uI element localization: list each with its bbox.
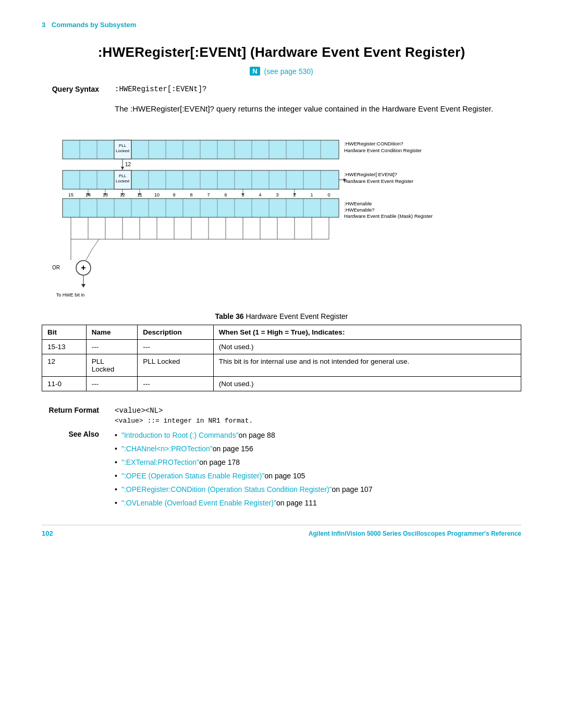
see-also-link[interactable]: ":EXTernal:PROTection"	[121, 457, 199, 468]
n-badge-row: N (see page 530)	[42, 67, 521, 76]
see-also-list: "Introduction to Root (:) Commands" on p…	[115, 430, 372, 511]
table-cell-name: ---	[86, 340, 138, 354]
chapter-header: 3 Commands by Subsystem	[42, 21, 521, 29]
svg-text:4: 4	[259, 192, 261, 198]
table-cell-name: ---	[86, 377, 138, 391]
query-syntax-label: Query Syntax	[42, 85, 104, 93]
footer-page-number: 102	[42, 529, 53, 537]
table-cell-bit: 15-13	[42, 340, 87, 354]
table-row: 12PLL LockedPLL LockedThis bit is for in…	[42, 354, 521, 377]
svg-text:PLL: PLL	[119, 174, 127, 178]
svg-text:15: 15	[68, 192, 74, 198]
svg-text:Locked: Locked	[116, 179, 129, 183]
col-indicates: When Set (1 = High = True), Indicates:	[213, 325, 521, 340]
or-gate: OR + To HWE bit in Operation Status Cond…	[51, 261, 91, 297]
list-item: ":EXTernal:PROTection" on page 178	[115, 457, 372, 468]
table-caption: Table 36 Hardware Event Event Register	[42, 312, 521, 320]
see-also-text: on page 105	[264, 471, 305, 482]
svg-text:PLL: PLL	[119, 143, 127, 148]
list-item: ":CHANnel<n>:PROTection" on page 156	[115, 443, 372, 454]
svg-text:To HWE bit in: To HWE bit in	[56, 292, 85, 297]
see-also-row: See Also "Introduction to Root (:) Comma…	[42, 430, 521, 511]
page-footer: 102 Agilent InfiniVision 5000 Series Osc…	[42, 525, 521, 537]
svg-text:+: +	[81, 263, 85, 272]
svg-text:9: 9	[173, 192, 175, 198]
table-cell-indicates: This bit is for internal use and is not …	[213, 354, 521, 377]
page-title: :HWERegister[:EVENt] (Hardware Event Eve…	[42, 44, 521, 60]
list-item: ":OPEE (Operation Status Enable Register…	[115, 471, 372, 482]
return-format-row: Return Format <value><NL> <value> ::= in…	[42, 406, 521, 425]
svg-marker-114	[81, 284, 85, 288]
list-item: ":OVLenable (Overload Event Enable Regis…	[115, 498, 372, 509]
chapter-title: Commands by Subsystem	[52, 21, 137, 29]
return-format-value1: <value><NL>	[115, 406, 163, 415]
col-bit: Bit	[42, 325, 87, 340]
see-also-text: on page 111	[276, 498, 317, 509]
table-cell-bit: 12	[42, 354, 87, 377]
table-cell-indicates: (Not used.)	[213, 377, 521, 391]
svg-text::HWERegister:CONDition?: :HWERegister:CONDition?	[344, 141, 403, 146]
see-also-text: on page 178	[199, 457, 240, 468]
n-badge: N	[250, 67, 260, 76]
return-format-content: <value><NL> <value> ::= integer in NR1 f…	[115, 406, 253, 425]
see-also-text: on page 88	[239, 430, 275, 441]
svg-rect-0	[63, 140, 339, 159]
return-format-value2: <value> ::= integer in NR1 format.	[115, 417, 253, 425]
register3: :HWEenable :HWEenable? Hardware Event En…	[63, 199, 433, 219]
register2: PLL Locked :HWERegister[:EVENt]? Hardwar…	[63, 170, 413, 189]
register-diagram: PLL Locked :HWERegister:CONDition? Hardw…	[47, 130, 516, 297]
table-cell-description: ---	[138, 340, 213, 354]
list-item: ":OPERegister:CONDition (Operation Statu…	[115, 484, 372, 495]
svg-text:12: 12	[125, 162, 131, 167]
see-also-link[interactable]: ":OVLenable (Overload Event Enable Regis…	[121, 498, 276, 509]
svg-text:0: 0	[327, 192, 330, 198]
table-cell-description: PLL Locked	[138, 354, 213, 377]
list-item: "Introduction to Root (:) Commands" on p…	[115, 430, 372, 441]
see-also-link[interactable]: "Introduction to Root (:) Commands"	[121, 430, 239, 441]
return-format-label: Return Format	[42, 406, 104, 414]
svg-rect-73	[63, 199, 339, 217]
svg-text::HWEenable: :HWEenable	[344, 201, 372, 206]
svg-text:1: 1	[310, 192, 313, 198]
footer-title: Agilent InfiniVision 5000 Series Oscillo…	[309, 530, 521, 537]
table-cell-name: PLL Locked	[86, 354, 138, 377]
see-page-link[interactable]: (see page 530)	[264, 67, 313, 76]
diagram-container: PLL Locked :HWERegister:CONDition? Hardw…	[47, 130, 516, 297]
table-cell-indicates: (Not used.)	[213, 340, 521, 354]
col-name: Name	[86, 325, 138, 340]
see-also-link[interactable]: ":CHANnel<n>:PROTection"	[121, 443, 213, 454]
table-number: Table 36 Hardware Event Event Register	[215, 312, 348, 320]
svg-text:Hardware Event Enable (Mask) R: Hardware Event Enable (Mask) Register	[344, 213, 433, 219]
register1: PLL Locked :HWERegister:CONDition? Hardw…	[63, 140, 422, 168]
svg-text:Hardware Event Condition Regis: Hardware Event Condition Register	[344, 147, 422, 153]
svg-text::HWEenable?: :HWEenable?	[344, 207, 375, 213]
see-also-label: See Also	[42, 430, 104, 438]
see-also-text: on page 156	[213, 443, 253, 454]
svg-text:Hardware Event Event Register: Hardware Event Event Register	[344, 178, 413, 184]
svg-text:7: 7	[207, 192, 210, 198]
svg-rect-23	[63, 170, 339, 189]
table-row: 11-0------(Not used.)	[42, 377, 521, 391]
see-also-text: on page 107	[332, 484, 373, 495]
bit-numbers: 15 14 13 12 11 10 9 8 7 6 5 4 3 2 1 0	[68, 189, 331, 198]
svg-text:3: 3	[276, 192, 278, 198]
see-also-link[interactable]: ":OPERegister:CONDition (Operation Statu…	[121, 484, 332, 495]
svg-text:OR: OR	[52, 265, 60, 270]
description-paragraph: The :HWERegister[:EVENt]? query returns …	[115, 103, 521, 115]
table-cell-description: ---	[138, 377, 213, 391]
svg-text:8: 8	[190, 192, 192, 198]
svg-text:10: 10	[154, 192, 160, 198]
query-syntax-command: :HWERegister[:EVENt]?	[115, 85, 206, 93]
register-table: Bit Name Description When Set (1 = High …	[42, 325, 521, 391]
svg-text:6: 6	[224, 192, 227, 198]
table-row: 15-13------(Not used.)	[42, 340, 521, 354]
svg-text:Locked: Locked	[116, 149, 129, 153]
chapter-number: 3	[42, 21, 45, 29]
page: 3 Commands by Subsystem :HWERegister[:EV…	[0, 0, 563, 548]
col-description: Description	[138, 325, 213, 340]
connections	[71, 217, 329, 260]
query-syntax-row: Query Syntax :HWERegister[:EVENt]?	[42, 85, 521, 93]
svg-text::HWERegister[:EVENt]?: :HWERegister[:EVENt]?	[344, 171, 397, 177]
see-also-link[interactable]: ":OPEE (Operation Status Enable Register…	[121, 471, 265, 482]
table-cell-bit: 11-0	[42, 377, 87, 391]
